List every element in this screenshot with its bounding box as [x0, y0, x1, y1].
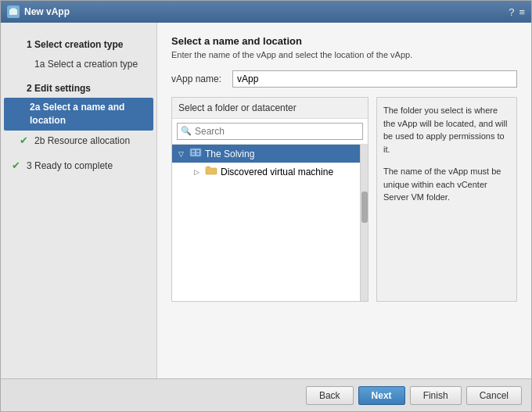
- datacenter-icon: [189, 147, 202, 160]
- folder-tree-header: Select a folder or datacenter: [172, 98, 368, 119]
- svg-rect-5: [192, 153, 195, 155]
- search-wrapper: 🔍: [177, 123, 363, 140]
- vscrollbar[interactable]: [360, 145, 368, 301]
- check-icon-ready: ✔: [12, 159, 23, 173]
- tree-item-the-solving-label: The Solving: [205, 149, 254, 159]
- sidebar-item-ready-to-complete[interactable]: ✔ 3 Ready to complete: [1, 156, 156, 176]
- info-text-1: The folder you select is where the vApp …: [383, 104, 510, 156]
- scrollbar-area: ▽: [172, 145, 368, 301]
- tree-arrow-discovered-vm: ▷: [194, 168, 202, 176]
- menu-button[interactable]: ≡: [519, 6, 525, 18]
- folder-tree-container: Select a folder or datacenter 🔍 ▽: [171, 97, 368, 302]
- help-button[interactable]: ?: [509, 6, 514, 18]
- vapp-icon: [7, 5, 20, 18]
- info-text-2: The name of the vApp must be unique with…: [383, 165, 510, 204]
- folder-icon: [205, 165, 217, 178]
- main-panel: Select a name and location Enter the nam…: [157, 23, 531, 378]
- tree-item-the-solving[interactable]: ▽: [172, 145, 360, 163]
- content-area: 1 Select creation type 1a Select a creat…: [1, 23, 531, 378]
- sidebar: 1 Select creation type 1a Select a creat…: [1, 23, 157, 378]
- svg-rect-4: [196, 150, 200, 152]
- vapp-name-row: vApp name:: [171, 70, 517, 88]
- vscrollbar-thumb[interactable]: [361, 192, 368, 223]
- check-icon-resource: ✔: [20, 134, 31, 148]
- tree-arrow-the-solving: ▽: [178, 150, 186, 158]
- sidebar-item-resource-allocation[interactable]: ✔ 2b Resource allocation: [1, 131, 156, 151]
- new-vapp-window: New vApp ? ≡ 1 Select creation type 1a S…: [0, 0, 532, 412]
- info-panel: The folder you select is where the vApp …: [376, 97, 517, 302]
- sidebar-item-select-a-creation-type[interactable]: 1a Select a creation type: [1, 55, 156, 74]
- cancel-button[interactable]: Cancel: [466, 386, 522, 405]
- svg-rect-3: [192, 150, 195, 152]
- sidebar-item-select-creation-type[interactable]: 1 Select creation type: [1, 35, 156, 55]
- titlebar-left: New vApp: [7, 5, 70, 18]
- tree-item-discovered-vm[interactable]: ▷ Discovered virtual machine: [172, 163, 360, 181]
- titlebar-controls: ? ≡: [509, 6, 525, 18]
- finish-button[interactable]: Finish: [410, 386, 462, 405]
- search-box-container: 🔍: [172, 119, 368, 145]
- search-input[interactable]: [177, 123, 363, 140]
- panel-title: Select a name and location: [171, 35, 517, 47]
- panel-subtitle: Enter the name of the vApp and select th…: [171, 50, 517, 59]
- sidebar-item-select-name-location[interactable]: 2a Select a name and location: [4, 98, 153, 131]
- footer: Back Next Finish Cancel: [1, 378, 531, 411]
- svg-rect-6: [196, 153, 200, 155]
- window-title: New vApp: [24, 6, 70, 17]
- search-icon: 🔍: [181, 126, 192, 136]
- back-button[interactable]: Back: [306, 386, 354, 405]
- sidebar-item-edit-settings[interactable]: 2 Edit settings: [1, 79, 156, 99]
- vapp-name-label: vApp name:: [171, 73, 226, 84]
- tree-item-discovered-vm-label: Discovered virtual machine: [221, 167, 333, 177]
- svg-rect-1: [11, 8, 16, 10]
- next-button[interactable]: Next: [358, 386, 405, 405]
- tree-area: ▽: [172, 145, 360, 301]
- folder-section: Select a folder or datacenter 🔍 ▽: [171, 97, 517, 302]
- titlebar: New vApp ? ≡: [1, 1, 531, 23]
- svg-rect-0: [9, 9, 17, 15]
- vapp-name-input[interactable]: [232, 70, 517, 88]
